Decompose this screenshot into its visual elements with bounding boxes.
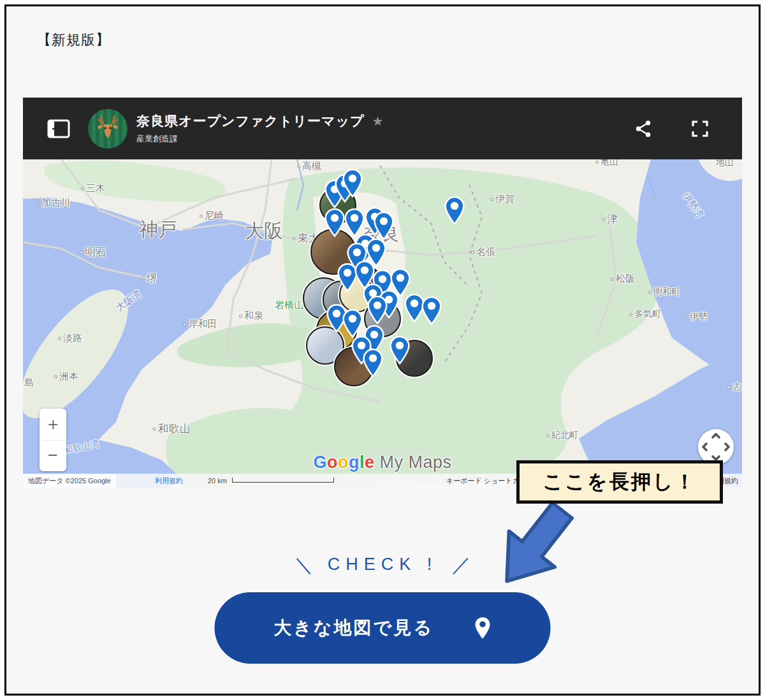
map-label: 大阪	[245, 218, 283, 244]
map-pin[interactable]	[362, 349, 384, 377]
map-label: 明和町	[648, 286, 680, 298]
map-label: 洲本	[54, 370, 78, 383]
map-label: 淡路	[58, 332, 82, 344]
check-label: CHECK !	[328, 555, 438, 574]
slash-right: ／	[452, 554, 471, 575]
map-label: 多気町	[629, 309, 661, 320]
map-label: 堺	[142, 271, 157, 286]
map-label: 伊勢	[685, 311, 708, 323]
map-label: 和泉	[239, 310, 263, 322]
map-pin[interactable]	[342, 309, 363, 338]
map-label: 志	[727, 381, 741, 393]
map-label: 地山	[716, 159, 734, 168]
location-pin-icon	[474, 616, 492, 639]
pan-control[interactable]	[698, 429, 734, 465]
zoom-control: ＋ −	[40, 409, 66, 471]
map-label: 岸和田	[184, 318, 217, 330]
map-pin[interactable]	[344, 208, 365, 237]
scale-bar	[232, 478, 334, 483]
map-label: 三木	[81, 182, 105, 194]
map-pin[interactable]	[373, 212, 395, 240]
map-pin[interactable]	[389, 336, 411, 365]
share-icon[interactable]	[635, 120, 652, 138]
zoom-out-button[interactable]: −	[40, 441, 66, 472]
map-pin[interactable]	[421, 296, 442, 325]
map-label: 明石	[80, 245, 106, 259]
slash-left: ＼	[294, 554, 313, 575]
map-label: 尼崎	[200, 210, 224, 222]
map-pin[interactable]	[444, 196, 465, 225]
annotation-text: ここを長押し！	[543, 469, 697, 495]
map-label: 神戸	[139, 217, 177, 243]
annotation-callout: ここを長押し！	[516, 460, 723, 504]
side-panel-icon[interactable]	[47, 119, 70, 139]
map-label: 亀山	[595, 159, 618, 168]
map-label: 島	[25, 377, 34, 389]
view-large-map-button[interactable]: 大きな地図で見る	[215, 592, 551, 664]
map-label: 岩橋山	[275, 299, 304, 311]
map-label: 名張	[471, 246, 495, 258]
check-heading: ＼ CHECK ! ／	[0, 552, 765, 578]
terms-link[interactable]: 利用規約	[155, 474, 183, 488]
map-label: 津	[602, 212, 618, 226]
map-data-attribution: 地図データ ©2025 Google	[23, 474, 116, 488]
zoom-in-button[interactable]: ＋	[40, 409, 66, 440]
map-title: 奈良県オープンファクトリーマップ	[136, 112, 364, 130]
page: 【新規版】 奈良県オープンファクトリーマップ ★	[0, 0, 765, 700]
scale-label: 20 km	[208, 477, 227, 485]
map-label: 和歌山	[153, 421, 191, 436]
map-pin[interactable]	[324, 208, 346, 237]
map-header: 奈良県オープンファクトリーマップ ★ 産業創造課	[23, 98, 742, 159]
map-subtitle: 産業創造課	[136, 133, 383, 145]
avatar[interactable]	[88, 109, 127, 149]
map-pin[interactable]	[342, 169, 363, 198]
google-mymaps-embed[interactable]: 奈良県オープンファクトリーマップ ★ 産業創造課	[23, 98, 742, 488]
cta-label: 大きな地図で見る	[273, 616, 433, 640]
map-pin[interactable]	[367, 296, 388, 324]
map-label: 加古川	[37, 197, 71, 209]
star-icon[interactable]: ★	[372, 113, 383, 129]
google-mymaps-watermark: Google My Maps	[313, 453, 451, 472]
map-label: 高槻	[297, 160, 321, 172]
fullscreen-icon[interactable]	[691, 120, 709, 138]
page-title: 【新規版】	[37, 31, 110, 50]
map-label: 松阪	[611, 273, 635, 285]
map-label: 伊賀	[490, 193, 514, 205]
map-label: 紀北町	[546, 430, 578, 441]
map-canvas[interactable]: Google My Maps ＋ − 地図データ ©2025 Google 利用…	[23, 159, 742, 488]
